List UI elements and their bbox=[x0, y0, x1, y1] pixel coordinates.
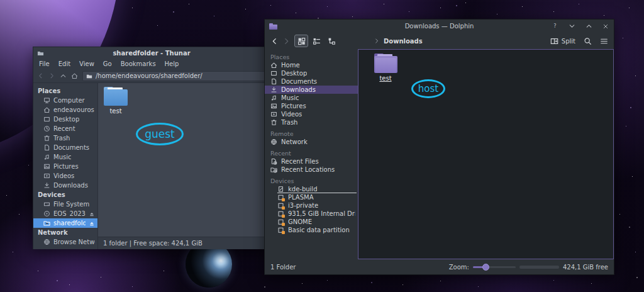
details-view-button[interactable] bbox=[309, 35, 323, 47]
menu-item-edit[interactable]: Edit bbox=[58, 60, 70, 67]
path-text: /home/endeavouros/sharedfolder/ bbox=[96, 72, 203, 79]
wallpaper-stars-dim bbox=[0, 0, 1, 1]
sidebar-item-endeavouros[interactable]: endeavouros bbox=[33, 105, 97, 115]
hamburger-menu-icon[interactable] bbox=[600, 37, 608, 45]
sidebar-item-documents[interactable]: Documents bbox=[33, 143, 97, 152]
sidebar-item-home[interactable]: Home bbox=[265, 61, 358, 69]
sidebar-item-931-5-gib-internal-drive-sda1-[interactable]: 931,5 GiB Internal Drive (sda1) bbox=[265, 210, 358, 218]
folder-icon bbox=[104, 87, 128, 106]
back-icon[interactable] bbox=[37, 72, 44, 79]
dolphin-statusbar: 1 Folder Zoom: 424,1 GiB free bbox=[265, 259, 614, 274]
file-item-label: test bbox=[99, 108, 132, 115]
sidebar-item-label: File System bbox=[53, 201, 89, 208]
harddrive-icon bbox=[277, 218, 284, 225]
home-icon bbox=[43, 106, 50, 113]
drive-icon bbox=[43, 201, 50, 208]
thunar-titlebar[interactable]: sharedfolder - Thunar bbox=[33, 47, 270, 59]
minimize-icon[interactable] bbox=[568, 23, 575, 30]
host-annotation-label: host bbox=[418, 83, 438, 94]
path-input[interactable]: /home/endeavouros/sharedfolder/ bbox=[82, 71, 266, 81]
sidebar-item-label: Desktop bbox=[53, 116, 79, 123]
close-icon[interactable] bbox=[602, 23, 609, 30]
tree-view-button[interactable] bbox=[325, 35, 338, 47]
image-icon bbox=[43, 163, 50, 170]
up-icon[interactable] bbox=[60, 72, 67, 79]
sidebar-item-trash[interactable]: Trash bbox=[33, 133, 97, 143]
document-icon bbox=[270, 78, 277, 85]
icons-view-button[interactable] bbox=[294, 35, 308, 47]
menu-item-view[interactable]: View bbox=[79, 60, 94, 67]
sidebar-item-label: PLASMA bbox=[288, 194, 314, 201]
sidebar-item-plasma[interactable]: PLASMA bbox=[265, 193, 358, 201]
sidebar-item-desktop[interactable]: Desktop bbox=[33, 115, 97, 124]
sidebar-item-trash[interactable]: Trash bbox=[265, 118, 358, 126]
sidebar-item-recent-locations[interactable]: Recent Locations bbox=[265, 166, 358, 174]
mounted-emblem bbox=[282, 231, 285, 234]
sidebar-item-computer[interactable]: Computer bbox=[33, 96, 97, 105]
sidebar-item-videos[interactable]: Videos bbox=[33, 171, 97, 181]
thunar-pathbar: /home/endeavouros/sharedfolder/ bbox=[33, 69, 270, 83]
thunar-statusbar: 1 folder | Free space: 424,1 GiB bbox=[98, 237, 270, 249]
sidebar-item-pictures[interactable]: Pictures bbox=[265, 102, 358, 110]
help-icon[interactable]: ? bbox=[551, 23, 558, 30]
breadcrumb-item-downloads[interactable]: Downloads bbox=[384, 38, 423, 45]
eject-icon[interactable] bbox=[89, 220, 95, 227]
zoom-label: Zoom: bbox=[449, 264, 469, 271]
sidebar-item-sharedfolder[interactable]: sharedfolder bbox=[33, 218, 97, 228]
sidebar-item-label: Music bbox=[53, 154, 71, 160]
split-button[interactable]: Split bbox=[550, 37, 575, 45]
file-clock-icon bbox=[270, 158, 277, 165]
sidebar-item-label: Basic data partition bbox=[288, 227, 350, 233]
menu-item-file[interactable]: File bbox=[39, 60, 50, 67]
sidebar-item-label: Trash bbox=[281, 119, 297, 126]
sidebar-item-i3-private[interactable]: i3-private bbox=[265, 201, 358, 210]
maximize-icon[interactable] bbox=[585, 23, 592, 30]
sidebar-item-music[interactable]: Music bbox=[265, 94, 358, 102]
sidebar-item-downloads[interactable]: Downloads bbox=[33, 181, 97, 190]
sidebar-item-label: Recent bbox=[53, 125, 75, 132]
menu-item-go[interactable]: Go bbox=[103, 60, 112, 67]
sidebar-item-recent-files[interactable]: Recent Files bbox=[265, 157, 358, 166]
search-icon[interactable] bbox=[584, 37, 592, 45]
sidebar-item-recent[interactable]: Recent bbox=[33, 124, 97, 133]
sidebar-item-browse-network[interactable]: Browse Network bbox=[33, 237, 97, 247]
sidebar-item-network[interactable]: Network bbox=[265, 138, 358, 146]
home-icon[interactable] bbox=[71, 72, 78, 79]
forward-icon[interactable] bbox=[48, 72, 55, 79]
sidebar-item-downloads[interactable]: Downloads bbox=[265, 86, 358, 94]
sidebar-item-eos-202310[interactable]: EOS_202310 bbox=[33, 209, 97, 218]
breadcrumb: Downloads bbox=[374, 38, 423, 45]
dolphin-file-view[interactable]: host test bbox=[358, 49, 614, 259]
eject-icon[interactable] bbox=[89, 211, 95, 217]
sidebar-item-documents[interactable]: Documents bbox=[265, 77, 358, 86]
sidebar-item-desktop[interactable]: Desktop bbox=[265, 69, 358, 77]
music-icon bbox=[43, 154, 50, 160]
sidebar-item-file-system[interactable]: File System bbox=[33, 199, 97, 209]
zoom-slider[interactable] bbox=[473, 263, 516, 271]
sidebar-item-label: Videos bbox=[281, 111, 302, 118]
dolphin-places-panel: PlacesHomeDesktopDocumentsDownloadsMusic… bbox=[265, 49, 358, 259]
harddrive-icon bbox=[277, 194, 284, 201]
sidebar-item-basic-data-partition[interactable]: Basic data partition bbox=[265, 226, 358, 234]
guest-annotation: guest bbox=[136, 123, 184, 145]
file-item-test[interactable]: test bbox=[99, 87, 132, 115]
menu-item-help[interactable]: Help bbox=[165, 60, 179, 67]
back-icon[interactable] bbox=[270, 37, 279, 45]
split-icon bbox=[550, 37, 558, 45]
sidebar-item-pictures[interactable]: Pictures bbox=[33, 162, 97, 171]
sidebar-item-label: Music bbox=[281, 94, 299, 101]
sidebar-item-kde-build[interactable]: kde-build bbox=[265, 185, 358, 193]
dolphin-titlebar[interactable]: Downloads — Dolphin ? bbox=[265, 20, 614, 33]
sidebar-item-gnome[interactable]: GNOME bbox=[265, 218, 358, 226]
file-item-test[interactable]: test bbox=[369, 53, 402, 82]
thunar-file-view[interactable]: guest test bbox=[98, 83, 270, 237]
folder-clock-icon bbox=[270, 166, 277, 173]
menu-item-bookmarks[interactable]: Bookmarks bbox=[121, 60, 156, 67]
thunar-status-text: 1 folder | Free space: 424,1 GiB bbox=[103, 240, 203, 247]
forward-icon[interactable] bbox=[282, 37, 291, 45]
edit-doc-icon bbox=[277, 186, 284, 193]
sidebar-item-music[interactable]: Music bbox=[33, 152, 97, 162]
sidebar-item-videos[interactable]: Videos bbox=[265, 110, 358, 118]
thunar-window: sharedfolder - Thunar FileEditViewGoBook… bbox=[33, 47, 270, 249]
zoom-slider-handle[interactable] bbox=[482, 264, 489, 271]
